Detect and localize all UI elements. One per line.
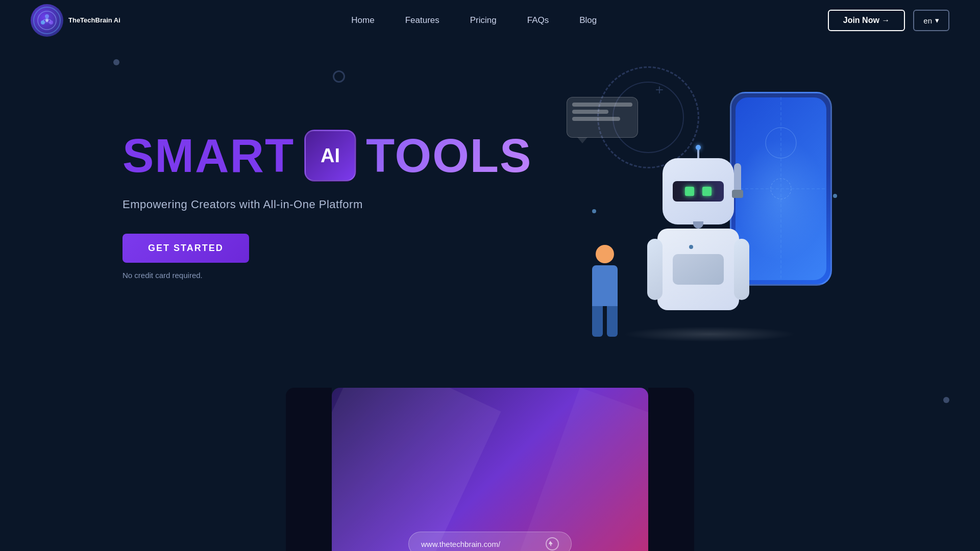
svg-line-4 [47, 18, 51, 20]
lang-label: en [923, 16, 932, 25]
video-content: www.thetechbrain.com/ [332, 388, 648, 551]
svg-line-5 [43, 18, 47, 20]
hero-tools-text: TOOLS [366, 129, 532, 183]
video-section: www.thetechbrain.com/ [0, 378, 980, 551]
nav-pricing[interactable]: Pricing [470, 15, 497, 25]
video-url-text: www.thetechbrain.com/ [421, 540, 540, 548]
video-cursor-icon [546, 537, 559, 550]
nav-faqs[interactable]: FAQs [527, 15, 549, 25]
no-card-text: No credit card required. [122, 271, 521, 280]
ai-badge: AI [305, 130, 356, 181]
person-body [592, 265, 618, 306]
person-leg-left [592, 306, 603, 337]
navbar: TheTechBrain Ai Home Features Pricing FA… [0, 0, 980, 41]
person-leg-right [607, 306, 618, 337]
bubble-line-3 [572, 117, 620, 121]
video-container: www.thetechbrain.com/ [332, 388, 648, 551]
node-dot-2 [689, 245, 693, 249]
robot-chest [673, 254, 724, 285]
nav-home[interactable]: Home [351, 15, 374, 25]
get-started-button[interactable]: GET STARTED [122, 234, 249, 263]
video-side-left [286, 388, 332, 551]
bubble-line-1 [572, 103, 632, 107]
robot-arm-left [647, 239, 663, 300]
hero-subtitle: Empowering Creators with All-in-One Plat… [122, 198, 521, 211]
person-head [596, 245, 614, 263]
bubble-tail [577, 137, 587, 143]
hero-section: SMART AI TOOLS Empowering Creators with … [0, 41, 980, 378]
hero-smart-text: SMART [122, 129, 295, 183]
deco-dot-bottom-right [943, 397, 949, 403]
robot-eye-left [685, 187, 694, 196]
robot-figure [642, 158, 754, 332]
svg-point-3 [41, 20, 45, 24]
logo-icon [36, 9, 58, 32]
robot-mic [693, 221, 703, 229]
nav-actions: Join Now → en ▾ [828, 10, 949, 31]
nav-blog[interactable]: Blog [579, 15, 597, 25]
svg-point-2 [49, 20, 53, 24]
svg-point-0 [38, 11, 56, 30]
logo[interactable]: TheTechBrain Ai [31, 4, 120, 37]
hero-title: SMART AI TOOLS [122, 129, 521, 183]
video-wrapper: www.thetechbrain.com/ [332, 388, 648, 551]
brand-name: TheTechBrain Ai [68, 16, 120, 24]
robot-headset [734, 163, 741, 194]
svg-point-7 [45, 19, 48, 22]
robot-body [657, 229, 739, 310]
video-url-bar[interactable]: www.thetechbrain.com/ [408, 532, 572, 551]
cursor-icon [549, 540, 556, 547]
person-legs [592, 306, 618, 337]
node-dot-3 [833, 194, 837, 198]
robot-visor [673, 181, 724, 202]
lang-chevron-icon: ▾ [935, 16, 939, 25]
hero-illustration [521, 61, 898, 347]
nav-features[interactable]: Features [405, 15, 439, 25]
video-side-right [648, 388, 694, 551]
robot-scene [577, 66, 842, 342]
speech-bubble [567, 97, 638, 138]
join-now-button[interactable]: Join Now → [828, 10, 905, 31]
robot-head [663, 158, 734, 224]
nav-links: Home Features Pricing FAQs Blog [351, 15, 597, 26]
svg-point-1 [45, 14, 49, 18]
robot-antenna [697, 148, 699, 158]
platform-shadow [623, 327, 796, 342]
language-selector[interactable]: en ▾ [913, 10, 949, 31]
robot-arm-right [734, 239, 749, 300]
hero-content: SMART AI TOOLS Empowering Creators with … [122, 129, 521, 280]
robot-eye-right [702, 187, 712, 196]
person-figure [587, 245, 623, 337]
bubble-line-2 [572, 110, 608, 114]
node-dot-1 [592, 209, 596, 213]
